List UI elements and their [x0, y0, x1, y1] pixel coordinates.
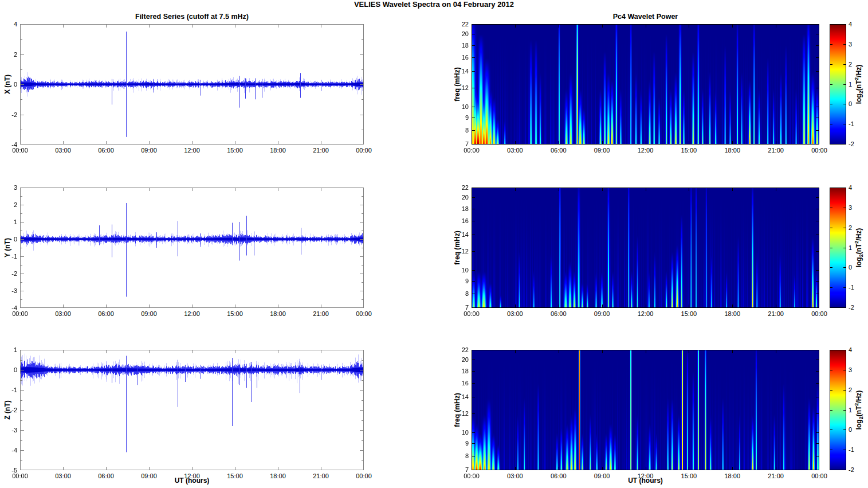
y_wavelet_power-xtick-label: 15:00 — [674, 310, 703, 318]
y_wavelet_power-xtick-label: 21:00 — [761, 310, 790, 318]
y_wavelet_power-ytick-label: 22 — [446, 184, 469, 192]
colorbar-tick-label: 0 — [849, 426, 865, 434]
y_filtered_series-ytick-label: 1 — [0, 218, 17, 226]
z_wavelet_power-ytick-label: 12 — [446, 410, 469, 417]
colorbar-tick-label: 2 — [849, 224, 865, 232]
y_wavelet_power-xtick-label: 09:00 — [588, 310, 616, 318]
y-wavelet-canvas — [472, 188, 819, 308]
colorbar-tick-label: 1 — [849, 407, 865, 414]
z_wavelet_power-ytick-label: 20 — [446, 356, 469, 364]
y_filtered_series-ytick-label: -2 — [0, 270, 17, 278]
z-wavelet-panel — [472, 350, 819, 470]
z_wavelet_power-ytick-label: 16 — [446, 380, 469, 387]
colorbar-tick-label: 3 — [849, 366, 865, 374]
colorbar-tick-label: -1 — [849, 120, 865, 128]
x_filtered_series-ytick-label: 0 — [0, 81, 17, 88]
z_wavelet_power-ytick-label: 18 — [446, 368, 469, 375]
colorbar-tick-label: -1 — [849, 284, 865, 291]
z_wavelet_power-ytick-label: 10 — [446, 429, 469, 436]
x_filtered_series-ytick-label: 4 — [0, 21, 17, 28]
y_wavelet_power-xtick-label: 00:00 — [457, 310, 486, 318]
z-wavelet-canvas — [472, 350, 819, 470]
figure-root: VELIES Wavelet Spectra on 04 February 20… — [0, 0, 868, 488]
z_wavelet_power-ytick-label: 14 — [446, 393, 469, 401]
x-series-canvas — [20, 24, 364, 145]
z_filtered_series-xtick-label: 06:00 — [92, 473, 120, 480]
y_wavelet_power-ytick-label: 12 — [446, 248, 469, 255]
x_filtered_series-xtick-label: 18:00 — [264, 147, 292, 154]
y_filtered_series-xtick-label: 09:00 — [135, 310, 163, 318]
z_filtered_series-ytick-label: 0 — [0, 366, 17, 374]
z_filtered_series-xtick-label: 09:00 — [135, 473, 163, 480]
left-column-title: Filtered Series (cutoff at 7.5 mHz) — [20, 13, 364, 21]
y_wavelet_power-ytick-label: 10 — [446, 267, 469, 274]
x_filtered_series-ytick-label: 2 — [0, 51, 17, 58]
x_wavelet_power-ytick-label: 10 — [446, 103, 469, 111]
colorbar-tick-label: 4 — [849, 184, 865, 192]
z_wavelet_power-xtick-label: 06:00 — [544, 473, 573, 480]
y_filtered_series-xtick-label: 21:00 — [307, 310, 335, 318]
z_wavelet_power-xtick-label: 00:00 — [805, 473, 834, 480]
z_filtered_series-ytick-label: 1 — [0, 346, 17, 354]
y_filtered_series-xtick-label: 00:00 — [6, 310, 34, 318]
x_filtered_series-xtick-label: 06:00 — [92, 147, 120, 154]
z-series-panel — [20, 350, 364, 470]
z_filtered_series-xtick-label: 15:00 — [221, 473, 249, 480]
y_wavelet_power-xtick-label: 00:00 — [805, 310, 834, 318]
z_filtered_series-xtick-label: 00:00 — [349, 473, 378, 480]
z_filtered_series-ytick-label: -2 — [0, 407, 17, 414]
colorbar-z — [830, 350, 846, 470]
x_filtered_series-xtick-label: 21:00 — [307, 147, 335, 154]
colorbar-tick-label: 2 — [849, 387, 865, 394]
y_wavelet_power-ytick-label: 14 — [446, 231, 469, 239]
y_filtered_series-ytick-label: 3 — [0, 184, 17, 192]
y_filtered_series-xtick-label: 03:00 — [49, 310, 77, 318]
colorbar-x — [830, 24, 846, 145]
colorbar-tick-label: -2 — [849, 466, 865, 474]
x_wavelet_power-ytick-label: 8 — [446, 127, 469, 134]
z_wavelet_power-xtick-label: 12:00 — [631, 473, 660, 480]
y_wavelet_power-xtick-label: 03:00 — [501, 310, 529, 318]
y-wavelet-panel — [472, 188, 819, 308]
z_wavelet_power-ytick-label: 8 — [446, 452, 469, 460]
y_filtered_series-xtick-label: 12:00 — [178, 310, 206, 318]
x_wavelet_power-xtick-label: 15:00 — [674, 147, 703, 154]
colorbar-tick-label: 4 — [849, 346, 865, 354]
colorbar-y — [830, 188, 846, 308]
y_filtered_series-ytick-label: 2 — [0, 201, 17, 209]
x-series-panel — [20, 24, 364, 145]
y_filtered_series-xtick-label: 18:00 — [264, 310, 292, 318]
z_filtered_series-xtick-label: 21:00 — [307, 473, 335, 480]
y_wavelet_power-ytick-label: 20 — [446, 194, 469, 201]
y_wavelet_power-ytick-label: 18 — [446, 205, 469, 213]
x_wavelet_power-xtick-label: 09:00 — [588, 147, 616, 154]
z_filtered_series-ytick-label: -4 — [0, 447, 17, 454]
x_wavelet_power-ytick-label: 20 — [446, 30, 469, 38]
colorbar-tick-label: 3 — [849, 41, 865, 48]
x-wavelet-panel — [472, 24, 819, 145]
x_filtered_series-xtick-label: 00:00 — [6, 147, 34, 154]
z_wavelet_power-ytick-label: 22 — [446, 346, 469, 354]
figure-title: VELIES Wavelet Spectra on 04 February 20… — [0, 0, 868, 9]
colorbar-y-canvas — [830, 188, 846, 308]
colorbar-tick-label: -2 — [849, 140, 865, 148]
x_wavelet_power-ytick-label: 12 — [446, 84, 469, 92]
colorbar-tick-label: 1 — [849, 244, 865, 252]
z_wavelet_power-xtick-label: 21:00 — [761, 473, 790, 480]
colorbar-tick-label: -2 — [849, 304, 865, 311]
x_wavelet_power-xtick-label: 21:00 — [761, 147, 790, 154]
z_wavelet_power-ytick-label: 9 — [446, 440, 469, 447]
y_wavelet_power-xtick-label: 12:00 — [631, 310, 660, 318]
x_filtered_series-xtick-label: 03:00 — [49, 147, 77, 154]
y-series-canvas — [20, 188, 364, 308]
y_filtered_series-ytick-label: -1 — [0, 253, 17, 260]
z_wavelet_power-xtick-label: 03:00 — [501, 473, 529, 480]
y_filtered_series-ytick-label: 0 — [0, 236, 17, 243]
colorbar-z-canvas — [830, 350, 846, 470]
x_wavelet_power-ytick-label: 22 — [446, 21, 469, 28]
z_filtered_series-xtick-label: 12:00 — [178, 473, 206, 480]
z_wavelet_power-xtick-label: 15:00 — [674, 473, 703, 480]
y-series-panel — [20, 188, 364, 308]
x_filtered_series-xtick-label: 09:00 — [135, 147, 163, 154]
x_filtered_series-xtick-label: 12:00 — [178, 147, 206, 154]
